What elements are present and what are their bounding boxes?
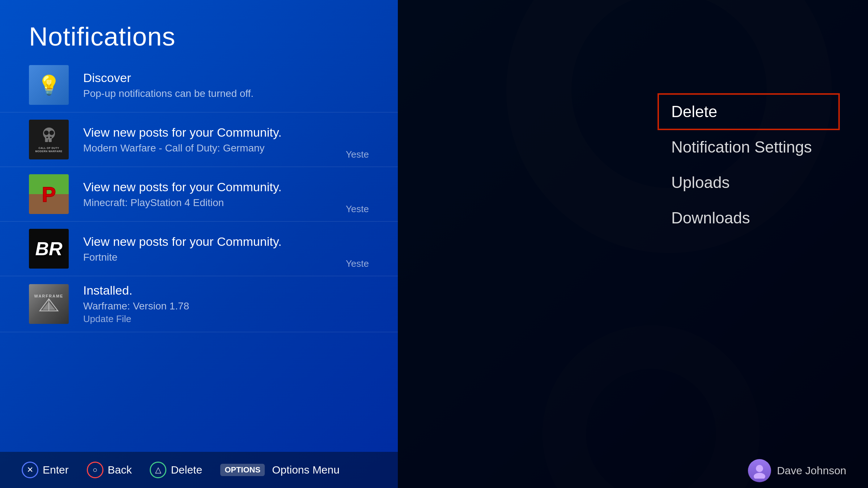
control-back: ○ Back bbox=[87, 462, 132, 478]
notif-title: View new posts for your Community. bbox=[83, 180, 369, 194]
fortnite-icon-inner: BR bbox=[29, 229, 69, 269]
user-avatar-inner bbox=[748, 459, 771, 482]
list-item[interactable]: 💡 Discover Pop-up notifications can be t… bbox=[0, 58, 398, 112]
notif-title: Installed. bbox=[83, 283, 369, 297]
notif-subtitle: Modern Warfare - Call of Duty: Germany bbox=[83, 142, 369, 154]
cod-label: CALL OF DUTYMODERN WARFARE bbox=[35, 147, 62, 153]
svg-point-2 bbox=[49, 130, 54, 135]
context-menu-uploads[interactable]: Uploads bbox=[658, 165, 839, 200]
user-avatar-icon bbox=[752, 463, 767, 479]
notif-subtitle: Fortnite bbox=[83, 252, 369, 263]
warframe-text: WARFRAME bbox=[34, 294, 64, 298]
enter-label: Enter bbox=[43, 464, 69, 476]
control-delete: △ Delete bbox=[150, 462, 202, 478]
warframe-helmet-icon bbox=[38, 298, 60, 313]
cod-skull-icon bbox=[39, 126, 59, 146]
context-menu-delete[interactable]: Delete bbox=[658, 94, 839, 129]
list-item[interactable]: P View new posts for your Community. Min… bbox=[0, 167, 398, 222]
list-item[interactable]: CALL OF DUTYMODERN WARFARE View new post… bbox=[0, 112, 398, 167]
svg-rect-5 bbox=[46, 137, 48, 138]
svg-point-1 bbox=[44, 130, 48, 135]
triangle-button-icon: △ bbox=[150, 462, 166, 478]
lightbulb-icon: 💡 bbox=[37, 74, 61, 96]
svg-rect-4 bbox=[48, 137, 51, 142]
svg-point-10 bbox=[756, 465, 763, 472]
bottom-bar: ✕ Enter ○ Back △ Delete OPTIONS Options … bbox=[0, 452, 398, 488]
options-button-icon: OPTIONS bbox=[220, 464, 265, 476]
notif-icon-fortnite: BR bbox=[29, 229, 69, 269]
notif-time: Yeste bbox=[346, 258, 369, 269]
user-name: Dave Johnson bbox=[777, 465, 846, 477]
br-text-icon: BR bbox=[35, 238, 62, 260]
notif-title: View new posts for your Community. bbox=[83, 235, 369, 249]
control-options: OPTIONS Options Menu bbox=[220, 464, 340, 476]
minecraft-icon-inner: P bbox=[29, 174, 69, 214]
circle-symbol: ○ bbox=[93, 465, 97, 475]
notif-content: View new posts for your Community. Fortn… bbox=[83, 235, 369, 263]
notif-subtitle: Minecraft: PlayStation 4 Edition bbox=[83, 197, 369, 209]
options-label: Options Menu bbox=[272, 464, 340, 476]
notif-subtitle: Pop-up notifications can be turned off. bbox=[83, 88, 369, 99]
right-panel: Delete Notification Settings Uploads Dow… bbox=[398, 0, 868, 488]
notif-time: Yeste bbox=[346, 149, 369, 160]
context-menu: Delete Notification Settings Uploads Dow… bbox=[658, 94, 839, 236]
svg-rect-6 bbox=[50, 137, 52, 138]
context-menu-downloads[interactable]: Downloads bbox=[658, 200, 839, 236]
delete-label: Delete bbox=[171, 464, 202, 476]
notif-icon-cod: CALL OF DUTYMODERN WARFARE bbox=[29, 120, 69, 159]
warframe-logo: WARFRAME bbox=[34, 294, 64, 314]
page-title: Notifications bbox=[29, 22, 175, 51]
notif-title: View new posts for your Community. bbox=[83, 125, 369, 140]
back-label: Back bbox=[108, 464, 132, 476]
notif-content: Discover Pop-up notifications can be tur… bbox=[83, 71, 369, 99]
svg-point-11 bbox=[754, 473, 765, 479]
circle-button-icon: ○ bbox=[87, 462, 103, 478]
context-menu-notification-settings[interactable]: Notification Settings bbox=[658, 129, 839, 165]
notif-time: Yeste bbox=[346, 204, 369, 215]
list-item[interactable]: BR View new posts for your Community. Fo… bbox=[0, 222, 398, 276]
x-button-icon: ✕ bbox=[22, 462, 38, 478]
notif-subtitle: Warframe: Version 1.78 bbox=[83, 300, 369, 312]
user-info: Dave Johnson bbox=[748, 459, 846, 482]
playstation-logo-icon: P bbox=[42, 182, 56, 206]
notif-extra: Update File bbox=[83, 313, 369, 325]
notif-icon-warframe: WARFRAME bbox=[29, 284, 69, 324]
x-symbol: ✕ bbox=[27, 465, 33, 475]
list-item[interactable]: WARFRAME Installed. Warframe: Version 1.… bbox=[0, 276, 398, 332]
notif-icon-discover: 💡 bbox=[29, 65, 69, 105]
cod-icon-inner: CALL OF DUTYMODERN WARFARE bbox=[29, 120, 69, 159]
svg-rect-3 bbox=[45, 137, 48, 142]
notification-list: 💡 Discover Pop-up notifications can be t… bbox=[0, 58, 398, 445]
notif-icon-minecraft: P bbox=[29, 174, 69, 214]
notif-title: Discover bbox=[83, 71, 369, 85]
triangle-symbol: △ bbox=[155, 465, 161, 475]
main-panel: Notifications 💡 Discover Pop-up notifica… bbox=[0, 0, 398, 488]
notif-content: View new posts for your Community. Minec… bbox=[83, 180, 369, 209]
user-avatar bbox=[748, 459, 771, 482]
notif-content: Installed. Warframe: Version 1.78 Update… bbox=[83, 283, 369, 325]
control-enter: ✕ Enter bbox=[22, 462, 69, 478]
notif-content: View new posts for your Community. Moder… bbox=[83, 125, 369, 154]
warframe-icon-inner: WARFRAME bbox=[29, 284, 69, 324]
